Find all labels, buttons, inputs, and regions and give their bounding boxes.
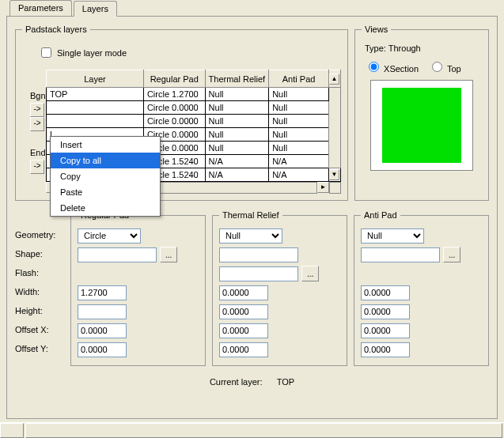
anti-width-input[interactable] (361, 285, 410, 300)
xsection-label: XSection (384, 64, 419, 74)
top-radio[interactable] (432, 62, 442, 72)
statusbar-cell (0, 423, 24, 438)
anti-geometry-select[interactable]: Null (361, 228, 424, 244)
regular-width-input[interactable] (78, 285, 127, 300)
preview-shape (382, 88, 461, 163)
thermal-offx-input[interactable] (219, 323, 268, 338)
field-labels: Geometry: Shape: Flash: Width: Height: O… (15, 210, 64, 366)
regular-shape-browse[interactable]: ... (160, 247, 177, 262)
menu-delete[interactable]: Delete (51, 200, 160, 216)
row-nav-button-3[interactable]: -> (30, 160, 44, 174)
anti-height-input[interactable] (361, 304, 410, 319)
anti-offx-input[interactable] (361, 323, 410, 338)
table-row[interactable]: Circle 0.0000NullNull (47, 101, 341, 115)
menu-copy-to-all[interactable]: Copy to all (51, 153, 160, 168)
table-row[interactable]: Circle 0.0000NullNull (47, 115, 341, 128)
statusbar (0, 422, 504, 438)
anti-shape-browse[interactable]: ... (443, 247, 460, 262)
current-layer-value: TOP (277, 377, 294, 387)
anti-offy-input[interactable] (361, 342, 410, 357)
type-label: Type: (365, 43, 386, 53)
top-label: Top (447, 64, 461, 74)
current-layer-label: Current layer: (210, 377, 263, 387)
table-row[interactable]: TOPCircle 1.2700NullNull (47, 88, 341, 101)
regular-offy-input[interactable] (78, 342, 127, 357)
tab-layers[interactable]: Layers (74, 1, 117, 17)
row-nav-button-1[interactable]: -> (30, 103, 44, 117)
regular-shape-input[interactable] (78, 247, 157, 262)
thermal-width-input[interactable] (219, 285, 268, 300)
row-nav-button-2[interactable]: -> (30, 117, 44, 131)
menu-copy[interactable]: Copy (51, 168, 160, 184)
col-header-anti[interactable]: Anti Pad (269, 70, 329, 88)
scroll-corner (329, 182, 341, 194)
thermal-flash-input[interactable] (219, 266, 298, 281)
thermal-shape-input[interactable] (219, 247, 298, 262)
vscroll-up[interactable]: ▲ (329, 70, 341, 88)
thermal-geometry-select[interactable]: Null (219, 228, 282, 244)
regular-geometry-select[interactable]: Circle (78, 228, 141, 244)
vscroll-down[interactable]: ▼ (329, 168, 341, 182)
padstack-layers-legend: Padstack layers (22, 25, 90, 34)
thermal-height-input[interactable] (219, 304, 268, 319)
statusbar-cell (25, 423, 502, 438)
single-layer-mode-label: Single layer mode (57, 48, 127, 58)
menu-insert[interactable]: Insert (51, 137, 160, 153)
single-layer-mode-checkbox[interactable] (41, 47, 51, 58)
thermal-flash-browse[interactable]: ... (301, 266, 319, 281)
anti-shape-input[interactable] (361, 247, 440, 262)
bgn-label: Bgn (30, 89, 46, 103)
regular-height-input[interactable] (78, 304, 127, 319)
thermal-offy-input[interactable] (219, 342, 268, 357)
padstack-layers-group: Padstack layers Single layer mode Bgn ->… (15, 25, 348, 201)
preview-box (370, 80, 473, 171)
col-header-layer[interactable]: Layer (47, 70, 144, 88)
views-legend: Views (362, 25, 391, 34)
thermal-relief-group: Thermal Relief Null ... (212, 210, 347, 366)
anti-pad-legend: Anti Pad (361, 210, 400, 220)
vscroll-track[interactable] (329, 88, 341, 168)
context-menu: Insert Copy to all Copy Paste Delete (50, 136, 161, 217)
layers-panel: Padstack layers Single layer mode Bgn ->… (6, 16, 498, 419)
anti-pad-group: Anti Pad Null ... (354, 210, 489, 366)
type-value: Through (388, 43, 421, 53)
col-header-thermal[interactable]: Thermal Relief (205, 70, 269, 88)
end-label: End (30, 145, 46, 160)
thermal-relief-legend: Thermal Relief (219, 210, 282, 220)
views-group: Views Type: Through XSection Top (354, 25, 489, 201)
xsection-radio[interactable] (369, 62, 379, 72)
menu-paste[interactable]: Paste (51, 184, 160, 200)
col-header-regular[interactable]: Regular Pad (143, 70, 205, 88)
regular-pad-group: Regular Pad Circle ... (70, 210, 206, 366)
tab-parameters[interactable]: Parameters (9, 0, 72, 16)
hscroll-right[interactable]: ► (317, 182, 329, 193)
regular-offx-input[interactable] (78, 323, 127, 338)
